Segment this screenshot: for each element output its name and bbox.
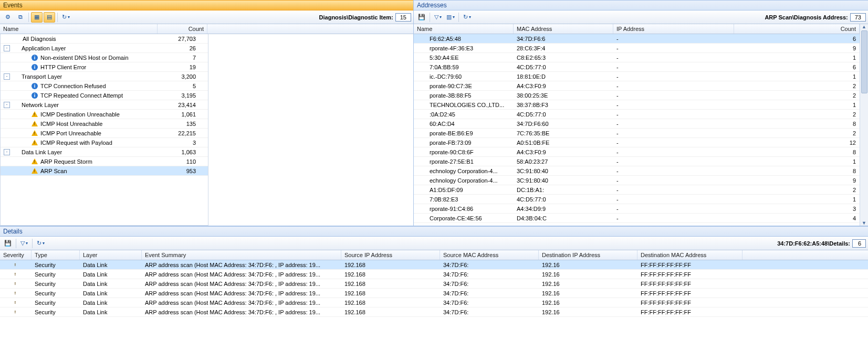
tree-row[interactable]: -Data Link Layer1,063 (1, 147, 208, 157)
tree-label: Data Link Layer (22, 149, 158, 155)
col-name[interactable]: Name (414, 24, 514, 34)
refresh-icon[interactable]: ↻ (60, 12, 71, 23)
cell-layer: Data Link (80, 290, 142, 296)
tree-row[interactable]: ICMP Request with Payload3 (1, 138, 208, 147)
tree-row[interactable]: iNon-existent DNS Host or Domain7 (1, 53, 208, 62)
refresh-icon[interactable]: ↻ (461, 12, 473, 23)
col-summary[interactable]: Event Summary (142, 250, 341, 260)
table-row[interactable]: porate-90:C7:3EA4:C3:F0:9-2 (414, 81, 860, 91)
table-row[interactable]: echnology Corporation-4...3C:91:80:40-8 (414, 166, 860, 176)
tree-row[interactable]: iTCP Connection Refused5 (1, 81, 208, 91)
table-row[interactable]: porate-3B:88:F538:00:25:3E-2 (414, 91, 860, 100)
cell-dmac: FF:FF:FF:FF:FF:FF (637, 300, 742, 306)
columns-icon[interactable]: ▥ (445, 12, 456, 23)
cell-summary: ARP address scan (Host MAC Address: 34:7… (142, 271, 341, 278)
scroll-up-icon[interactable]: ▲ (862, 24, 866, 29)
cell-summary: ARP address scan (Host MAC Address: 34:7… (142, 290, 341, 296)
cell-mac: A4:C3:F0:9 (514, 83, 613, 89)
vertical-scrollbar[interactable]: ▲ ▼ (860, 24, 868, 226)
tree-row[interactable]: iHTTP Client Error19 (1, 62, 208, 72)
cell-sip: 192.168 (341, 300, 440, 306)
table-row[interactable]: 60:AC:D434:7D:F6:60-8 (414, 119, 860, 129)
table-row[interactable]: TECHNOLOGIES CO.,LTD...38:37:8B:F3-1 (414, 100, 860, 110)
table-row[interactable]: SecurityData LinkARP address scan (Host … (0, 279, 868, 289)
tree-label: Non-existent DNS Host or Domain (40, 55, 158, 61)
col-severity[interactable]: Severity (0, 250, 32, 260)
tree-row[interactable]: iTCP Repeated Connect Attempt3,195 (1, 91, 208, 100)
save-icon[interactable]: 💾 (2, 238, 14, 249)
table-row[interactable]: F6:62:A5:4834:7D:F6:6-6 (414, 34, 860, 44)
addresses-grid[interactable]: F6:62:A5:4834:7D:F6:6-6rporate-4F:36:E32… (414, 34, 860, 226)
col-name[interactable]: Name (0, 24, 158, 34)
breadcrumb-count: 15 (395, 13, 411, 22)
blank-icon (13, 35, 20, 42)
col-count[interactable]: Count (734, 24, 860, 34)
table-row[interactable]: porate-FB:73:09A0:51:0B:FE-12 (414, 138, 860, 147)
table-row[interactable]: rporate-27:5E:B158:A0:23:27-1 (414, 157, 860, 166)
cell-ip: - (613, 215, 734, 221)
copy-icon[interactable]: ⧉ (15, 12, 26, 23)
col-layer[interactable]: Layer (80, 250, 142, 260)
refresh-icon[interactable]: ↻ (35, 238, 46, 249)
col-dmac[interactable]: Destination MAC Address (637, 250, 742, 260)
table-row[interactable]: SecurityData LinkARP address scan (Host … (0, 298, 868, 307)
col-count[interactable]: Count (158, 24, 207, 34)
table-row[interactable]: A1:D5:DF:09DC:1B:A1:-2 (414, 185, 860, 195)
cell-name: porate-FB:73:09 (414, 140, 514, 146)
table-row[interactable]: rporate-90:C8:6FA4:C3:F0:9-8 (414, 147, 860, 157)
table-row[interactable]: ic.-DC:79:6018:81:0E:D-1 (414, 72, 860, 81)
col-sip[interactable]: Source IP Address (341, 250, 440, 260)
table-row[interactable]: porate-BE:B6:E97C:76:35:BE-2 (414, 129, 860, 138)
table-row[interactable]: Corporate-CE:4E:56D4:3B:04:C-4 (414, 214, 860, 223)
cell-dip: 192.16 (539, 290, 637, 296)
table-row[interactable]: 5:30:A4:EEC8:E2:65:3-1 (414, 53, 860, 62)
expand-toggle-icon[interactable]: - (4, 102, 10, 108)
tree-row[interactable]: All Diagnosis27,703 (1, 34, 208, 44)
table-row[interactable]: rporate-91:C4:86A4:34:D9:9-3 (414, 204, 860, 214)
col-type[interactable]: Type (32, 250, 80, 260)
table-row[interactable]: SecurityData LinkARP address scan (Host … (0, 260, 868, 270)
filter-icon[interactable]: ▽ (432, 12, 444, 23)
table-row[interactable]: SecurityData LinkARP address scan (Host … (0, 307, 868, 317)
events-tree[interactable]: All Diagnosis27,703-Application Layer26i… (0, 34, 208, 226)
table-row[interactable]: SecurityData LinkARP address scan (Host … (0, 270, 868, 279)
tree-row[interactable]: ARP Request Storm110 (1, 157, 208, 166)
table-row[interactable]: SecurityData LinkARP address scan (Host … (0, 289, 868, 298)
tree-row[interactable]: -Application Layer26 (1, 44, 208, 53)
cell-dmac: FF:FF:FF:FF:FF:FF (637, 281, 742, 287)
save-icon[interactable]: 💾 (416, 12, 427, 23)
table-row[interactable]: echnology Corporation-4...3C:91:80:40-9 (414, 176, 860, 185)
cell-severity (0, 262, 32, 268)
expand-toggle-icon[interactable]: - (4, 73, 10, 80)
info-icon: i (31, 92, 38, 99)
table-row[interactable]: 7:0A:BB:594C:D5:77:0-6 (414, 62, 860, 72)
grid1-icon[interactable]: ▦ (31, 12, 43, 23)
cell-smac: 34:7D:F6: (440, 309, 539, 315)
cell-count: 1 (734, 158, 860, 165)
table-row[interactable]: :0A:D2:454C:D5:77:0-2 (414, 110, 860, 119)
expand-toggle-icon[interactable]: - (4, 149, 10, 155)
tree-row[interactable]: ICMP Host Unreachable135 (1, 119, 208, 129)
table-row[interactable]: 7:0B:82:E34C:D5:77:0-1 (414, 195, 860, 204)
col-ip[interactable]: IP Address (613, 24, 734, 34)
expand-toggle-icon[interactable]: - (4, 45, 10, 51)
tree-row[interactable]: ICMP Destination Unreachable1,061 (1, 110, 208, 119)
details-grid[interactable]: SecurityData LinkARP address scan (Host … (0, 260, 868, 340)
tree-count: 1,061 (158, 111, 200, 118)
events-title: Events (0, 0, 413, 10)
filter-icon[interactable]: ▽ (18, 238, 30, 249)
grid2-icon[interactable]: ▤ (44, 12, 55, 23)
details-breadcrumb: 34:7D:F6:62:A5:48\Details: 6 (777, 239, 866, 248)
info-icon: i (31, 54, 38, 61)
tree-row[interactable]: ICMP Port Unreachable22,215 (1, 129, 208, 138)
tree-row[interactable]: ARP Scan953 (1, 166, 208, 176)
table-row[interactable]: rporate-4F:36:E328:C6:3F:4-9 (414, 44, 860, 53)
gear-icon[interactable]: ⚙ (2, 12, 14, 23)
col-dip[interactable]: Destination IP Address (539, 250, 637, 260)
col-mac[interactable]: MAC Address (514, 24, 613, 34)
tree-row[interactable]: -Network Layer23,414 (1, 100, 208, 110)
scroll-down-icon[interactable]: ▼ (862, 220, 866, 226)
scrollbar-thumb[interactable] (861, 30, 867, 93)
tree-row[interactable]: -Transport Layer3,200 (1, 72, 208, 81)
col-smac[interactable]: Source MAC Address (440, 250, 539, 260)
